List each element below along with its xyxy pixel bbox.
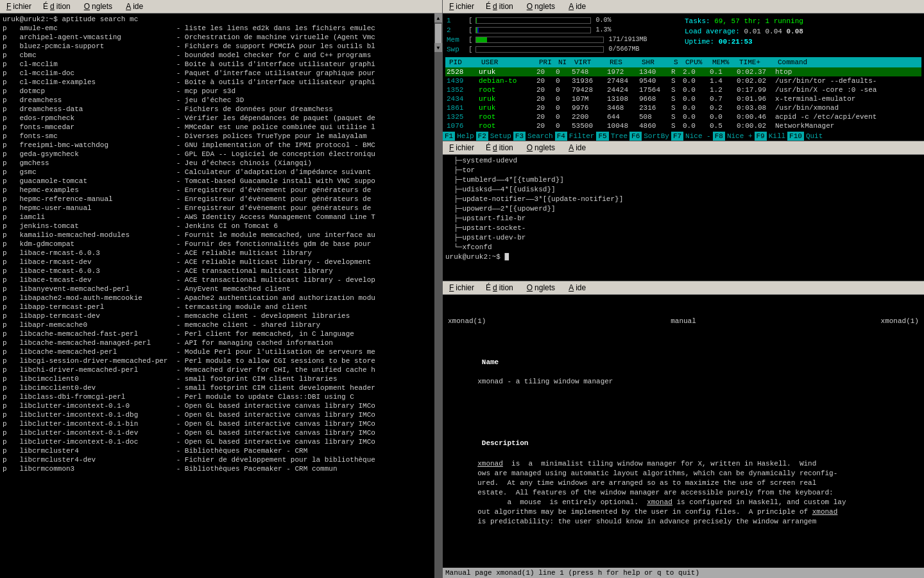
tree-menubar[interactable]: Fichier Édition Onglets Aide xyxy=(443,141,924,155)
row-cmd: htop xyxy=(774,67,921,76)
htop-footer-item[interactable]: F10Quit xyxy=(787,132,825,141)
htop-footer-item[interactable]: F6SortBy xyxy=(629,132,671,141)
row-mem: 1.2 xyxy=(708,85,735,94)
htop-row[interactable]: 1861 uruk 20 0 9976 3468 2316 S 0.0 0.2 … xyxy=(445,103,921,112)
man-menu-edition[interactable]: Édition xyxy=(484,283,515,293)
htop-header: 1 [ 0.0% 2 [ 1.3% xyxy=(445,15,921,56)
row-s: S xyxy=(670,76,681,85)
man-xmonad-3: xmonad xyxy=(812,508,838,516)
row-cpu: 0.0 xyxy=(681,121,708,130)
row-time: 0:17.99 xyxy=(735,85,774,94)
tree-menu-onglets[interactable]: Onglets xyxy=(523,143,557,153)
man-description-section: Description xmonad is a minimalist tilin… xyxy=(448,429,919,546)
htop-footer-item[interactable]: F5Tree xyxy=(596,132,629,141)
man-menubar[interactable]: Fichier Édition Onglets Aide xyxy=(443,281,924,295)
left-scroll-up[interactable]: ▲ xyxy=(434,13,442,22)
htop-row[interactable]: 2434 uruk 20 0 107M 13108 9668 S 0.0 0.7… xyxy=(445,94,921,103)
row-pri: 20 xyxy=(535,76,554,85)
left-terminal-body: uruk@uruk2:~$ aptitude search mc p amule… xyxy=(0,13,442,578)
htop-menu-edition[interactable]: Édition xyxy=(484,1,515,12)
row-pid: 1076 xyxy=(445,121,477,130)
row-cpu: 0.0 xyxy=(681,76,708,85)
htop-footer-item[interactable]: F4Filter xyxy=(555,132,597,141)
th-mem: MEM% xyxy=(710,58,737,67)
th-virt: VIRT xyxy=(572,58,607,67)
row-mem: 0.2 xyxy=(708,103,735,112)
row-pri: 20 xyxy=(535,103,554,112)
footer-label: Kill xyxy=(767,132,787,141)
tree-menu-aide[interactable]: Aide xyxy=(565,143,588,153)
row-ni: 0 xyxy=(554,76,570,85)
row-shr: 17564 xyxy=(638,85,670,94)
footer-label: Filter xyxy=(567,132,597,141)
left-menu-onglets[interactable]: Onglets xyxy=(80,1,114,12)
left-scroll-down[interactable]: ▼ xyxy=(434,43,442,52)
tree-body: ├─systemd-udevd ├─tor ├─tumblerd——4*[{tu… xyxy=(443,155,924,281)
row-pid: 1325 xyxy=(445,112,477,121)
htop-table-header: PID USER PRI NI VIRT RES SHR S CPU% MEM%… xyxy=(445,57,921,67)
footer-num: F8 xyxy=(713,132,725,141)
htop-row[interactable]: 1076 root 20 0 53500 10048 4860 S 0.0 0.… xyxy=(445,121,921,130)
row-user: uruk xyxy=(477,103,535,112)
row-ni: 0 xyxy=(554,67,570,76)
htop-menu-fichier[interactable]: Fichier xyxy=(445,1,476,12)
left-menu-edition[interactable]: Édition xyxy=(41,1,73,12)
row-virt: 2200 xyxy=(570,112,606,121)
row-shr: 1340 xyxy=(638,67,670,76)
man-menu-aide[interactable]: Aide xyxy=(565,283,588,293)
cpu2-value: 1.3% xyxy=(596,26,612,35)
htop-footer[interactable]: F1HelpF2SetupF3SearchF4FilterF5TreeF6Sor… xyxy=(443,132,924,141)
row-res: 644 xyxy=(606,112,638,121)
row-virt: 9976 xyxy=(570,103,606,112)
htop-menu-aide[interactable]: Aide xyxy=(565,1,588,12)
left-scrollbar[interactable]: ▲ ▼ xyxy=(434,13,442,578)
man-menu-fichier[interactable]: Fichier xyxy=(445,283,476,293)
left-menu-fichier[interactable]: Fichier xyxy=(3,1,33,12)
htop-row[interactable]: 1439 debian-to 20 0 31936 27484 9540 S 0… xyxy=(445,76,921,85)
tree-menu-edition[interactable]: Édition xyxy=(484,143,515,153)
htop-footer-item[interactable]: F7Nice - xyxy=(671,132,713,141)
row-user: debian-to xyxy=(477,76,535,85)
man-status-text: Manual page xmonad(1) line 1 (press h fo… xyxy=(445,569,699,577)
htop-menu-onglets[interactable]: Onglets xyxy=(523,1,557,12)
footer-label: SortBy xyxy=(642,132,671,141)
footer-num: F5 xyxy=(596,132,608,141)
man-status-bar: Manual page xmonad(1) line 1 (press h fo… xyxy=(443,568,924,578)
row-pri: 20 xyxy=(535,85,554,94)
row-mem: 1.4 xyxy=(708,76,735,85)
th-cmd: Command xyxy=(775,58,920,67)
row-time: 0:00.02 xyxy=(735,121,774,130)
mem-value: 171/1913MB xyxy=(609,35,647,44)
row-user: root xyxy=(477,121,535,130)
htop-row[interactable]: 2528 uruk 20 0 5748 1972 1340 R 2.0 0.1 … xyxy=(445,67,921,76)
row-res: 24424 xyxy=(606,85,638,94)
row-cmd: /usr/bin/xmonad xyxy=(774,103,921,112)
tree-menu-fichier[interactable]: Fichier xyxy=(445,143,476,153)
row-cmd: /usr/bin/tor --defaults- xyxy=(774,76,921,85)
row-virt: 79428 xyxy=(570,85,606,94)
row-pri: 20 xyxy=(535,112,554,121)
htop-footer-item[interactable]: F9Kill xyxy=(755,132,788,141)
htop-row[interactable]: 1325 root 20 0 2200 644 508 S 0.0 0.0 0:… xyxy=(445,112,921,121)
htop-row[interactable]: 1352 root 20 0 79428 24424 17564 S 0.0 1… xyxy=(445,85,921,94)
man-xmonad-1: xmonad xyxy=(477,460,503,468)
swp-label: Swp xyxy=(447,45,466,54)
left-menubar[interactable]: Fichier Édition Onglets Aide xyxy=(0,0,442,13)
man-menu-onglets[interactable]: Onglets xyxy=(523,283,557,293)
htop-footer-item[interactable]: F1Help xyxy=(443,132,476,141)
htop-footer-item[interactable]: F8Nice + xyxy=(713,132,755,141)
htop-footer-item[interactable]: F3Search xyxy=(513,132,555,141)
htop-footer-item[interactable]: F2Setup xyxy=(476,132,513,141)
man-desc-body: xmonad is a minimalist tiling window man… xyxy=(448,459,919,527)
left-terminal-panel: Fichier Édition Onglets Aide uruk@uruk2:… xyxy=(0,0,443,578)
row-virt: 53500 xyxy=(570,121,606,130)
footer-num: F2 xyxy=(476,132,488,141)
cpu1-label: 1 xyxy=(447,16,466,25)
left-scroll-thumb[interactable] xyxy=(435,24,441,43)
row-s: S xyxy=(670,103,681,112)
row-res: 13108 xyxy=(606,94,638,103)
htop-uptime-line: Uptime: 00:21:53 xyxy=(685,37,920,47)
left-menu-aide[interactable]: Aide xyxy=(122,1,145,12)
row-user: uruk xyxy=(477,94,535,103)
htop-menubar[interactable]: Fichier Édition Onglets Aide xyxy=(443,0,924,13)
